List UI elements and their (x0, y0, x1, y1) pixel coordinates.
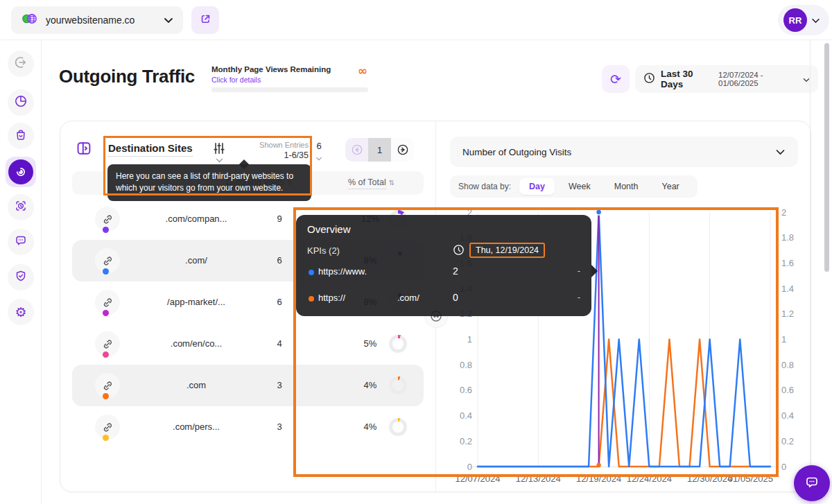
pct-of-total-value: 5% (349, 338, 391, 349)
chevron-down-icon (803, 73, 810, 85)
user-menu[interactable]: RR (778, 5, 829, 35)
shown-entries-label: Shown Entries (232, 141, 309, 149)
outgoing-visits-value: 4 (259, 338, 300, 349)
kpi-label-suffix: .com/ (397, 293, 419, 303)
open-website-button[interactable] (191, 6, 219, 34)
svg-text:0: 0 (781, 462, 786, 472)
quota-label: Monthly Page Views Remaining (211, 65, 331, 73)
chevron-down-icon (164, 14, 173, 26)
page-size-select[interactable]: 6 (312, 141, 326, 164)
granularity-tabs: Show data by: DayWeekMonthYear (450, 175, 697, 198)
chat-fab-button[interactable] (794, 465, 830, 501)
svg-text:1.2: 1.2 (781, 309, 794, 319)
svg-text:2: 2 (781, 207, 786, 218)
tab-month[interactable]: Month (605, 178, 648, 195)
metric-select[interactable]: Number of Outgoing Visits (450, 137, 798, 167)
destinations-title: Destination Sites (108, 142, 193, 157)
arrow-right-circle-icon (14, 55, 28, 72)
svg-text:12/13/2024: 12/13/2024 (516, 473, 561, 484)
svg-text:1.4: 1.4 (781, 284, 794, 294)
kpi-value: 2 (453, 266, 458, 277)
sort-icon: ⇅ (389, 179, 395, 186)
svg-text:0.2: 0.2 (460, 436, 472, 446)
website-name: yourwebsitename.co (46, 15, 135, 26)
svg-text:0.6: 0.6 (460, 385, 472, 395)
sidebar-item-settings[interactable]: ⚙ (8, 299, 34, 325)
svg-text:0.4: 0.4 (460, 410, 472, 421)
kpi-label: https:// (318, 293, 345, 303)
svg-text:12/24/2024: 12/24/2024 (627, 473, 672, 484)
shield-check-icon (14, 269, 28, 286)
svg-text:0.8: 0.8 (460, 360, 472, 370)
sidebar-item-sessions[interactable] (8, 194, 34, 220)
destination-row[interactable]: .com34% (72, 365, 424, 406)
tooltip-title: Overview (307, 223, 351, 235)
series-color-dot (103, 268, 109, 275)
show-data-by-label: Show data by: (458, 182, 511, 191)
chat-bubble-icon (14, 234, 28, 250)
kpi-value: 0 (453, 292, 458, 303)
svg-text:01/05/2025: 01/05/2025 (728, 473, 773, 484)
quota-details-link[interactable]: Click for details (211, 76, 261, 84)
scrollbar-thumb[interactable] (824, 43, 829, 272)
kpi-color-dot (309, 270, 314, 275)
svg-text:0.8: 0.8 (781, 360, 794, 370)
date-range-selector[interactable]: Last 30 Days 12/07/2024 - 01/06/2025 (635, 65, 818, 93)
current-page: 1 (368, 138, 391, 162)
website-logo-icon (21, 11, 39, 29)
metric-label: Number of Outgoing Visits (462, 147, 571, 157)
svg-text:0.6: 0.6 (781, 385, 794, 395)
next-page-button[interactable] (391, 138, 414, 162)
avatar: RR (783, 8, 807, 32)
sidebar-item-store[interactable] (8, 123, 34, 149)
destinations-tooltip: Here you can see a list of third-party w… (107, 164, 311, 201)
arrow-right-circle-icon (397, 144, 409, 156)
svg-text:0: 0 (467, 462, 472, 472)
destination-name: .com (141, 380, 252, 390)
series-color-dot (103, 351, 109, 358)
topbar: yourwebsitename.co RR (0, 0, 832, 40)
destination-name: .com/compan... (141, 214, 252, 224)
svg-text:12/19/2024: 12/19/2024 (576, 473, 621, 484)
outgoing-visits-value: 3 (259, 380, 300, 390)
chat-bubble-icon (804, 474, 820, 493)
svg-text:1: 1 (467, 334, 472, 345)
website-selector[interactable]: yourwebsitename.co (11, 6, 183, 34)
destination-row[interactable]: .com/pers...34% (72, 406, 424, 448)
sort-pct-of-total[interactable]: % of Total⇅ (348, 177, 395, 187)
quota-progress-bar (211, 87, 368, 92)
prev-page-button[interactable] (345, 138, 368, 162)
refresh-button[interactable]: ⟳ (602, 65, 630, 93)
tab-day[interactable]: Day (519, 178, 555, 195)
sidebar-item-analytics[interactable] (8, 89, 34, 116)
tooltip-date-annotated: Thu, 12/19/2024 (469, 243, 545, 258)
svg-text:1.6: 1.6 (781, 258, 794, 268)
svg-text:1: 1 (781, 334, 786, 345)
outgoing-visits-value: 6 (259, 255, 300, 266)
outgoing-visits-value: 3 (259, 422, 300, 432)
refresh-icon: ⟳ (610, 71, 621, 87)
chart-tooltip: Overview KPIs (2) Thu, 12/19/2024 https:… (296, 215, 591, 316)
sidebar-item-security[interactable] (8, 264, 34, 290)
sidebar-item-outgoing-traffic[interactable] (6, 157, 36, 187)
pie-chart-icon (14, 94, 28, 111)
radar-icon (8, 159, 33, 184)
sidebar-item-exit[interactable] (8, 51, 34, 77)
sidebar-item-feedback[interactable] (8, 229, 34, 255)
pct-of-total-value: 4% (349, 422, 391, 432)
destination-row[interactable]: .com/en/co...45% (72, 323, 424, 365)
filter-button[interactable] (207, 138, 231, 166)
tab-year[interactable]: Year (652, 178, 688, 195)
pct-donut (389, 335, 407, 353)
svg-text:0.2: 0.2 (781, 436, 794, 446)
tab-week[interactable]: Week (559, 178, 600, 195)
sidebar: ⚙ (0, 40, 42, 504)
pct-of-total-value: 4% (349, 380, 391, 390)
page-size-value: 6 (312, 141, 326, 151)
page-title: Outgoing Traffic (59, 66, 195, 87)
kpi-secondary-value: - (578, 266, 580, 276)
destination-name: .com/pers... (141, 422, 252, 432)
period-label: Last 30 Days (661, 69, 713, 89)
svg-text:1.8: 1.8 (781, 232, 794, 243)
kpi-secondary-value: - (578, 292, 580, 302)
